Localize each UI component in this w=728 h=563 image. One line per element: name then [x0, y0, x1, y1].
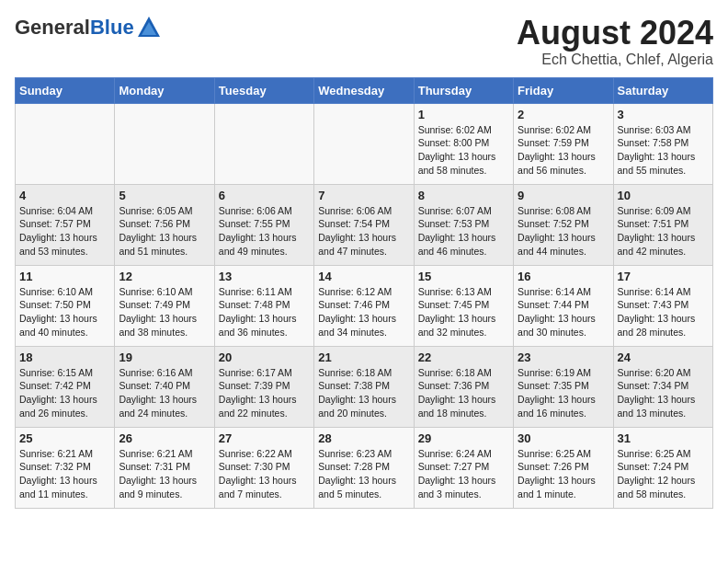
calendar-cell: 23Sunrise: 6:19 AMSunset: 7:35 PMDayligh…	[514, 346, 613, 427]
day-info: Sunrise: 6:23 AMSunset: 7:28 PMDaylight:…	[318, 447, 409, 501]
day-info: Sunrise: 6:08 AMSunset: 7:52 PMDaylight:…	[518, 204, 609, 259]
day-number: 18	[19, 350, 110, 364]
day-info: Sunrise: 6:14 AMSunset: 7:43 PMDaylight:…	[618, 285, 709, 339]
weekday-header: Saturday	[613, 77, 712, 103]
day-info: Sunrise: 6:09 AMSunset: 7:51 PMDaylight:…	[618, 204, 709, 259]
weekday-header: Monday	[115, 77, 214, 103]
calendar-cell: 4Sunrise: 6:04 AMSunset: 7:57 PMDaylight…	[16, 184, 115, 265]
day-number: 9	[518, 189, 609, 202]
calendar-cell: 20Sunrise: 6:17 AMSunset: 7:39 PMDayligh…	[214, 346, 313, 427]
day-info: Sunrise: 6:12 AMSunset: 7:46 PMDaylight:…	[318, 285, 409, 339]
day-number: 30	[518, 431, 609, 445]
day-info: Sunrise: 6:11 AMSunset: 7:48 PMDaylight:…	[219, 285, 310, 339]
day-info: Sunrise: 6:22 AMSunset: 7:30 PMDaylight:…	[219, 447, 310, 501]
calendar-cell: 17Sunrise: 6:14 AMSunset: 7:43 PMDayligh…	[613, 265, 712, 346]
day-number: 8	[418, 189, 509, 202]
day-info: Sunrise: 6:15 AMSunset: 7:42 PMDaylight:…	[19, 366, 110, 420]
logo-general: General	[15, 16, 90, 39]
day-number: 3	[618, 108, 709, 121]
day-info: Sunrise: 6:21 AMSunset: 7:32 PMDaylight:…	[19, 447, 110, 501]
calendar-cell: 6Sunrise: 6:06 AMSunset: 7:55 PMDaylight…	[214, 184, 313, 265]
weekday-header: Sunday	[16, 77, 115, 103]
day-number: 28	[318, 431, 409, 445]
calendar-cell: 25Sunrise: 6:21 AMSunset: 7:32 PMDayligh…	[16, 427, 115, 508]
day-number: 11	[19, 270, 110, 283]
day-info: Sunrise: 6:14 AMSunset: 7:44 PMDaylight:…	[518, 285, 609, 339]
calendar-cell: 18Sunrise: 6:15 AMSunset: 7:42 PMDayligh…	[16, 346, 115, 427]
day-number: 25	[19, 431, 110, 445]
page-title: August 2024	[517, 15, 713, 52]
calendar-cell	[16, 103, 115, 184]
logo-blue: Blue	[90, 16, 134, 39]
day-number: 29	[418, 431, 509, 445]
calendar-cell: 16Sunrise: 6:14 AMSunset: 7:44 PMDayligh…	[514, 265, 613, 346]
calendar-cell: 29Sunrise: 6:24 AMSunset: 7:27 PMDayligh…	[414, 427, 513, 508]
day-number: 7	[318, 189, 409, 202]
day-number: 14	[318, 270, 409, 283]
day-number: 15	[418, 270, 509, 283]
day-info: Sunrise: 6:25 AMSunset: 7:24 PMDaylight:…	[618, 447, 709, 501]
weekday-header: Thursday	[414, 77, 513, 103]
day-number: 6	[219, 189, 310, 202]
calendar-cell: 24Sunrise: 6:20 AMSunset: 7:34 PMDayligh…	[613, 346, 712, 427]
day-info: Sunrise: 6:03 AMSunset: 7:58 PMDaylight:…	[618, 123, 709, 178]
day-info: Sunrise: 6:06 AMSunset: 7:55 PMDaylight:…	[219, 204, 310, 259]
calendar-table: SundayMondayTuesdayWednesdayThursdayFrid…	[15, 77, 713, 509]
logo: GeneralBlue	[15, 15, 162, 40]
calendar-cell	[314, 103, 414, 184]
calendar-week-row: 1Sunrise: 6:02 AMSunset: 8:00 PMDaylight…	[16, 103, 713, 184]
day-info: Sunrise: 6:04 AMSunset: 7:57 PMDaylight:…	[19, 204, 110, 259]
page-header: GeneralBlue August 2024 Ech Chettia, Chl…	[15, 15, 713, 68]
day-number: 31	[618, 431, 709, 445]
day-number: 13	[219, 270, 310, 283]
calendar-cell: 5Sunrise: 6:05 AMSunset: 7:56 PMDaylight…	[115, 184, 214, 265]
calendar-week-row: 25Sunrise: 6:21 AMSunset: 7:32 PMDayligh…	[16, 427, 713, 508]
day-number: 4	[19, 189, 110, 202]
day-info: Sunrise: 6:02 AMSunset: 7:59 PMDaylight:…	[518, 123, 609, 178]
day-number: 17	[618, 270, 709, 283]
day-number: 19	[119, 350, 210, 364]
calendar-cell: 15Sunrise: 6:13 AMSunset: 7:45 PMDayligh…	[414, 265, 513, 346]
calendar-cell: 3Sunrise: 6:03 AMSunset: 7:58 PMDaylight…	[613, 103, 712, 184]
day-info: Sunrise: 6:25 AMSunset: 7:26 PMDaylight:…	[518, 447, 609, 501]
day-info: Sunrise: 6:21 AMSunset: 7:31 PMDaylight:…	[119, 447, 210, 501]
calendar-week-row: 18Sunrise: 6:15 AMSunset: 7:42 PMDayligh…	[16, 346, 713, 427]
calendar-cell: 12Sunrise: 6:10 AMSunset: 7:49 PMDayligh…	[115, 265, 214, 346]
calendar-cell: 26Sunrise: 6:21 AMSunset: 7:31 PMDayligh…	[115, 427, 214, 508]
day-number: 21	[318, 350, 409, 364]
calendar-cell: 10Sunrise: 6:09 AMSunset: 7:51 PMDayligh…	[613, 184, 712, 265]
calendar-cell: 19Sunrise: 6:16 AMSunset: 7:40 PMDayligh…	[115, 346, 214, 427]
calendar-cell: 27Sunrise: 6:22 AMSunset: 7:30 PMDayligh…	[214, 427, 313, 508]
day-number: 5	[119, 189, 210, 202]
day-number: 10	[618, 189, 709, 202]
calendar-cell: 14Sunrise: 6:12 AMSunset: 7:46 PMDayligh…	[314, 265, 414, 346]
day-info: Sunrise: 6:18 AMSunset: 7:38 PMDaylight:…	[318, 366, 409, 420]
page-subtitle: Ech Chettia, Chlef, Algeria	[517, 52, 713, 68]
calendar-cell: 8Sunrise: 6:07 AMSunset: 7:53 PMDaylight…	[414, 184, 513, 265]
day-number: 16	[518, 270, 609, 283]
day-info: Sunrise: 6:24 AMSunset: 7:27 PMDaylight:…	[418, 447, 509, 501]
calendar-cell: 30Sunrise: 6:25 AMSunset: 7:26 PMDayligh…	[514, 427, 613, 508]
calendar-cell	[214, 103, 313, 184]
calendar-cell: 13Sunrise: 6:11 AMSunset: 7:48 PMDayligh…	[214, 265, 313, 346]
day-info: Sunrise: 6:20 AMSunset: 7:34 PMDaylight:…	[618, 366, 709, 420]
day-info: Sunrise: 6:10 AMSunset: 7:50 PMDaylight:…	[19, 285, 110, 339]
day-number: 22	[418, 350, 509, 364]
calendar-cell: 1Sunrise: 6:02 AMSunset: 8:00 PMDaylight…	[414, 103, 513, 184]
day-info: Sunrise: 6:07 AMSunset: 7:53 PMDaylight:…	[418, 204, 509, 259]
day-number: 26	[119, 431, 210, 445]
day-info: Sunrise: 6:06 AMSunset: 7:54 PMDaylight:…	[318, 204, 409, 259]
logo-text: GeneralBlue	[15, 17, 134, 38]
day-info: Sunrise: 6:19 AMSunset: 7:35 PMDaylight:…	[518, 366, 609, 420]
calendar-cell: 2Sunrise: 6:02 AMSunset: 7:59 PMDaylight…	[514, 103, 613, 184]
calendar-cell: 7Sunrise: 6:06 AMSunset: 7:54 PMDaylight…	[314, 184, 414, 265]
calendar-week-row: 4Sunrise: 6:04 AMSunset: 7:57 PMDaylight…	[16, 184, 713, 265]
calendar-cell: 9Sunrise: 6:08 AMSunset: 7:52 PMDaylight…	[514, 184, 613, 265]
weekday-header: Friday	[514, 77, 613, 103]
day-info: Sunrise: 6:02 AMSunset: 8:00 PMDaylight:…	[418, 123, 509, 178]
calendar-cell: 31Sunrise: 6:25 AMSunset: 7:24 PMDayligh…	[613, 427, 712, 508]
logo-icon	[136, 15, 162, 40]
header-row: SundayMondayTuesdayWednesdayThursdayFrid…	[16, 77, 713, 103]
calendar-cell: 11Sunrise: 6:10 AMSunset: 7:50 PMDayligh…	[16, 265, 115, 346]
day-number: 24	[618, 350, 709, 364]
